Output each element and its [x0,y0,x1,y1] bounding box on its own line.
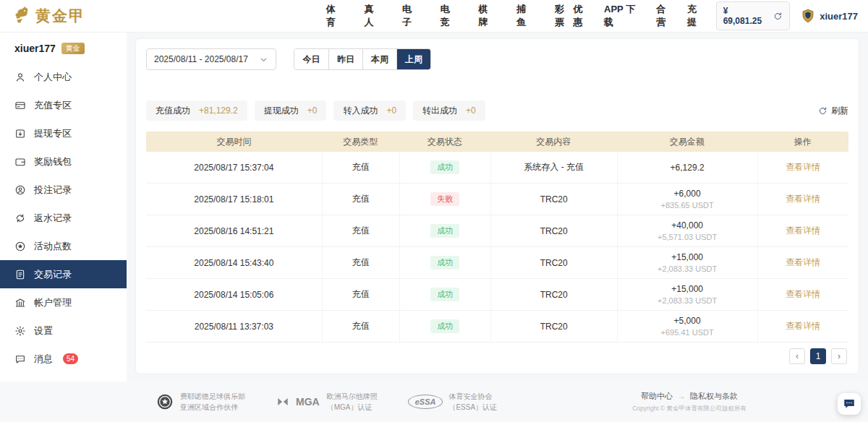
amount-main: +5,000 [674,316,701,326]
essa-logo-icon: eSSA [408,395,443,409]
sidebar-item[interactable]: 提现专区 [0,119,127,147]
balance-box[interactable]: ¥ 69,081.25 [716,1,791,30]
brand-logo[interactable]: 黄金甲 [10,5,140,27]
nav-item[interactable]: 电子 [402,3,421,29]
sidebar-item-label: 设置 [34,324,53,337]
cell-type: 充值 [322,184,399,215]
cell-amount: +6,129.2 [617,152,757,183]
cell-action: 查看详情 [757,247,848,278]
cell-action: 查看详情 [757,152,848,183]
refresh-button[interactable]: 刷新 [818,105,848,117]
transaction-doc-icon [14,269,26,280]
view-details-link[interactable]: 查看详情 [786,193,820,205]
sidebar-item[interactable]: 帐户管理 [0,288,127,316]
view-details-link[interactable]: 查看详情 [786,320,820,332]
link-separator-icon: → [678,392,685,400]
cell-action: 查看详情 [757,279,848,310]
sidebar: xiuer177 黄金 个人中心 充值专区 提现专区 [0,33,127,382]
date-range-select[interactable]: 2025/08/11 - 2025/08/17 [146,48,276,70]
period-tab[interactable]: 昨日 [328,49,362,69]
view-details-link[interactable]: 查看详情 [786,161,820,173]
amount-usdt: +5,571.03 USDT [658,233,717,241]
prev-page-button[interactable]: ‹ [789,348,805,364]
pagination: ‹ 1 › [789,348,847,364]
cell-time: 2025/08/14 15:05:06 [146,279,322,310]
cell-time: 2025/08/17 15:37:04 [146,152,322,183]
privacy-terms-link[interactable]: 隐私权与条款 [690,391,738,402]
header-username: xiuer177 [820,11,858,22]
bet-record-icon [14,184,26,196]
sidebar-item[interactable]: 个人中心 [0,63,127,91]
sidebar-item[interactable]: 充值专区 [0,91,127,119]
cell-time: 2025/08/14 15:43:40 [146,247,322,278]
sidebar-item-label: 个人中心 [34,71,72,84]
cell-amount: +6,000 +835.65 USDT [617,184,757,215]
filters-row: 2025/08/11 - 2025/08/17 今日昨日本周上周 [146,48,848,70]
nav-item[interactable]: 棋牌 [478,3,497,29]
summary-chip-label: 转出成功 [422,105,457,117]
column-header: 交易金额 [617,132,757,152]
quick-link[interactable]: 合营 [656,3,675,29]
amount-main: +15,000 [671,252,703,262]
quick-link[interactable]: 优惠 [573,3,592,29]
table-row: 2025/08/14 15:43:40 充值 成功 TRC20 +15,000 … [146,247,848,279]
quick-link[interactable]: APP 下载 [604,3,644,29]
status-badge: 成功 [430,224,459,238]
summary-chip-value: +81,129.2 [199,106,238,116]
cell-amount: +15,000 +2,083.33 USDT [617,279,757,310]
summary-chip-label: 转入成功 [343,105,378,117]
customer-service-button[interactable] [838,393,861,415]
cell-type: 充值 [322,311,399,342]
view-details-link[interactable]: 查看详情 [786,225,820,237]
user-chip[interactable]: xiuer177 [800,7,858,25]
sidebar-item-label: 投注记录 [34,184,72,197]
withdraw-icon [14,128,26,139]
refresh-balance-icon[interactable] [773,12,783,21]
nav-item[interactable]: 捕鱼 [516,3,535,29]
cell-content: 系统存入 - 充值 [490,152,617,183]
amount-usdt: +835.65 USDT [661,201,714,210]
table-row: 2025/08/11 13:37:03 充值 成功 TRC20 +5,000 +… [146,311,848,343]
main-nav: 体育真人电子电竞棋牌捕鱼彩票 [326,3,574,29]
sidebar-item[interactable]: 交易记录 [0,260,127,288]
help-center-link[interactable]: 帮助中心 [641,391,673,402]
message-count-badge: 54 [63,353,78,364]
column-header: 交易内容 [490,132,617,152]
sidebar-item[interactable]: 活动点数 [0,232,127,260]
cell-content: TRC20 [490,279,617,310]
cell-amount: +5,000 +695.41 USDT [617,311,757,342]
nav-item[interactable]: 电竞 [441,3,459,29]
sidebar-item[interactable]: 消息 54 [0,345,127,373]
sidebar-item[interactable]: 返水记录 [0,204,127,232]
summary-chip-label: 充值成功 [156,105,190,117]
sidebar-item[interactable]: 设置 [0,316,127,345]
user-icon [14,72,26,83]
summary-chip: 转入成功 +0 [333,100,406,121]
cell-amount: +40,000 +5,571.03 USDT [617,215,757,246]
view-details-link[interactable]: 查看详情 [786,288,820,301]
club-logo-icon [156,392,174,411]
table-row: 2025/08/17 15:18:01 充值 失败 TRC20 +6,000 +… [146,184,848,215]
next-page-button[interactable]: › [831,348,847,364]
nav-item[interactable]: 真人 [364,3,383,29]
amount-main: +6,129.2 [671,163,705,173]
quick-link[interactable]: 充提 [687,3,706,29]
cell-content: TRC20 [490,215,617,246]
sidebar-item[interactable]: 投注记录 [0,176,127,204]
period-tab[interactable]: 今日 [294,49,328,69]
nav-item[interactable]: 体育 [326,3,345,29]
nav-item[interactable]: 彩票 [555,3,574,29]
period-tab[interactable]: 上周 [396,49,430,69]
sidebar-item[interactable]: 奖励钱包 [0,147,127,176]
amount-main: +40,000 [671,220,703,231]
status-badge: 成功 [430,160,459,174]
sidebar-item-label: 充值专区 [34,99,72,112]
deposit-card-icon [14,100,26,111]
table-row: 2025/08/14 15:05:06 充值 成功 TRC20 +15,000 … [146,279,848,311]
current-page-button[interactable]: 1 [810,348,826,364]
cell-type: 充值 [322,247,399,278]
sidebar-menu: 个人中心 充值专区 提现专区 奖励钱包 [0,63,127,373]
period-tab[interactable]: 本周 [362,49,396,69]
view-details-link[interactable]: 查看详情 [786,257,820,269]
column-header: 交易时间 [146,132,322,152]
